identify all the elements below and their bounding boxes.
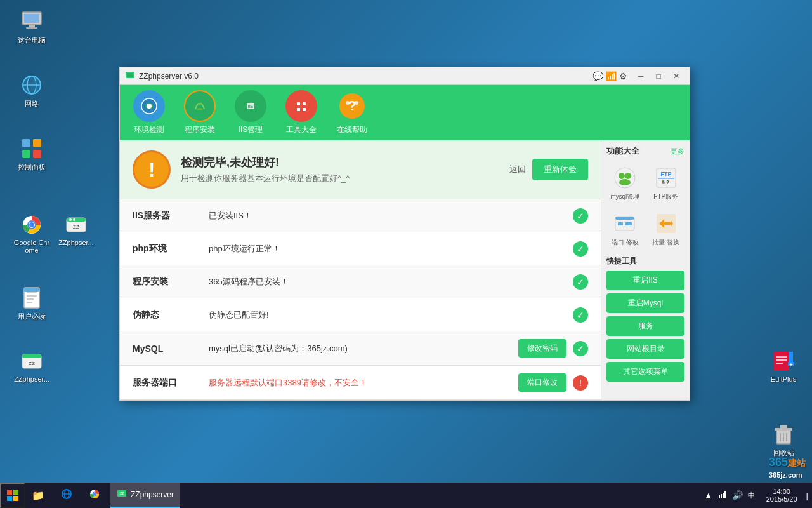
- ftp-sidebar-label: FTP服务: [653, 192, 678, 201]
- svg-rect-10: [22, 150, 30, 158]
- sidebar-title: 功能大全: [606, 145, 639, 157]
- svg-point-47: [192, 98, 207, 114]
- sidebar-batch-icon[interactable]: 批量 替换: [648, 208, 685, 250]
- mysql-sidebar-label: mysql管理: [610, 192, 639, 201]
- svg-rect-74: [13, 490, 18, 495]
- svg-rect-3: [26, 27, 37, 29]
- tray-volume-icon[interactable]: 🔊: [731, 489, 744, 502]
- site-root-button[interactable]: 网站根目录: [606, 339, 684, 359]
- svg-rect-52: [297, 102, 300, 105]
- tray-show-desktop[interactable]: |: [802, 491, 812, 500]
- modify-password-button[interactable]: 修改密码: [518, 339, 566, 358]
- editplus-label: EditPlus: [771, 375, 796, 383]
- return-button[interactable]: 返回: [509, 164, 526, 175]
- svg-rect-28: [22, 354, 41, 358]
- mysql-sidebar-icon: [612, 164, 638, 191]
- install-icon: [184, 90, 216, 122]
- sidebar-icons: mysql管理 FTP 服务 FTP服务: [606, 162, 684, 250]
- port-modify-button[interactable]: 端口修改: [518, 373, 566, 392]
- desktop-icon-control[interactable]: 控制面板: [10, 133, 54, 175]
- tray-network-icon[interactable]: [717, 489, 728, 502]
- status-ok-mysql: ✓: [573, 341, 588, 356]
- readme-label: 用户必读: [18, 312, 46, 321]
- taskbar-chrome-button[interactable]: [82, 483, 110, 508]
- svg-rect-2: [29, 25, 35, 27]
- svg-text:?: ?: [348, 98, 356, 114]
- svg-rect-86: [719, 495, 720, 498]
- start-button[interactable]: [0, 483, 25, 508]
- iis-icon: IIS: [235, 90, 266, 122]
- taskbar: 📁: [0, 483, 812, 508]
- settings-icon[interactable]: ⚙: [619, 71, 627, 81]
- zzphp1-icon: ZZ: [63, 212, 89, 237]
- taskbar-file-button[interactable]: 📁: [25, 483, 55, 508]
- restart-mysql-button[interactable]: 重启Mysql: [606, 293, 684, 313]
- desktop-icon-editplus[interactable]: + EditPlus: [761, 346, 806, 385]
- close-button[interactable]: ✕: [668, 70, 684, 83]
- chat-icon[interactable]: 💬: [593, 71, 603, 81]
- ie-icon: [61, 488, 72, 502]
- wifi-icon[interactable]: 📶: [606, 71, 617, 81]
- status-name-program: 程序安装: [133, 276, 209, 288]
- recycle-icon: [771, 422, 796, 447]
- service-button[interactable]: 服务: [606, 316, 684, 336]
- desktop-icon-chrome[interactable]: Google Chrome: [10, 210, 54, 257]
- svg-point-63: [619, 179, 631, 185]
- desktop-icon-computer[interactable]: 这台电脑: [10, 6, 54, 48]
- desktop-icon-recycle[interactable]: 回收站: [761, 419, 806, 460]
- tray-arrow-icon[interactable]: ▲: [703, 489, 714, 502]
- svg-text:FTP: FTP: [660, 171, 671, 177]
- other-menu-button[interactable]: 其它选项菜单: [606, 362, 684, 382]
- svg-rect-30: [774, 352, 789, 371]
- help-icon: ?: [336, 90, 368, 122]
- status-row-iis: IIS服务器 已安装IIS！ ✓: [120, 199, 601, 232]
- toolbar-help[interactable]: ? 在线帮助: [333, 90, 371, 135]
- svg-rect-8: [22, 139, 30, 147]
- sidebar-more[interactable]: 更多: [671, 147, 684, 156]
- watermark-url: 365jz.com: [769, 471, 802, 479]
- status-name-mysql: MySQL: [133, 344, 209, 354]
- sidebar-tools-title: 快捷工具: [606, 256, 684, 267]
- chrome-taskbar-icon: [89, 488, 100, 502]
- toolbar-tools[interactable]: 工具大全: [282, 90, 320, 135]
- desktop-icon-readme[interactable]: 用户必读: [10, 283, 54, 324]
- svg-rect-39: [780, 425, 787, 428]
- status-value-iis: 已安装IIS！: [209, 210, 573, 222]
- alert-desc: 用于检测你服务器基本运行环境是否配置好^_^: [181, 173, 499, 184]
- refresh-button[interactable]: 重新体验: [532, 159, 588, 180]
- zzphp1-label: ZZphpser...: [58, 239, 94, 246]
- status-row-mysql: MySQL mysql已启动(默认密码为：365jz.com) 修改密码 ✓: [120, 331, 601, 366]
- desktop-icon-zzphp2[interactable]: ZZ ZZphpser...: [10, 346, 54, 385]
- app-content: ! 检测完毕,未处理好! 用于检测你服务器基本运行环境是否配置好^_^ 返回 重…: [120, 140, 690, 400]
- status-value-php: php环境运行正常！: [209, 243, 573, 255]
- toolbar-install[interactable]: 程序安装: [181, 90, 219, 135]
- sidebar-ftp-icon[interactable]: FTP 服务 FTP服务: [648, 162, 685, 204]
- desktop-icon-network[interactable]: 网络: [10, 70, 54, 111]
- toolbar-env[interactable]: 环境检测: [130, 90, 168, 135]
- taskbar-ie-button[interactable]: [55, 483, 82, 508]
- app-sidebar: 功能大全 更多 mysql: [601, 140, 690, 400]
- taskbar-zzphp-button[interactable]: ZZ ZZphpserver: [110, 483, 180, 508]
- tray-keyboard-icon[interactable]: 中: [747, 490, 756, 502]
- desktop: 这台电脑 网络 控制面板: [0, 0, 812, 508]
- svg-point-51: [294, 98, 309, 114]
- desktop-icon-zzphp1[interactable]: ZZ ZZphpser...: [54, 210, 98, 249]
- status-name-iis: IIS服务器: [133, 210, 209, 222]
- install-label: 程序安装: [185, 124, 215, 135]
- maximize-button[interactable]: □: [650, 70, 667, 83]
- control-label: 控制面板: [18, 163, 46, 172]
- sidebar-port-icon[interactable]: 端口 修改: [606, 208, 644, 250]
- svg-point-58: [346, 101, 350, 105]
- taskbar-time[interactable]: 14:00 2015/5/20: [761, 488, 802, 503]
- minimize-button[interactable]: ─: [632, 70, 649, 83]
- svg-text:服务: 服务: [662, 180, 671, 184]
- network-icon: [19, 72, 44, 98]
- restart-iis-button[interactable]: 重启IIS: [606, 271, 684, 290]
- status-value-mysql: mysql已启动(默认密码为：365jz.com): [209, 343, 518, 354]
- toolbar-iis[interactable]: IIS IIS管理: [232, 90, 270, 135]
- batch-sidebar-label: 批量 替换: [652, 238, 679, 247]
- svg-point-7: [23, 76, 41, 94]
- sidebar-mysql-icon[interactable]: mysql管理: [606, 162, 644, 204]
- status-row-program: 程序安装 365源码程序已安装！ ✓: [120, 265, 601, 298]
- tools-label: 工具大全: [286, 124, 317, 135]
